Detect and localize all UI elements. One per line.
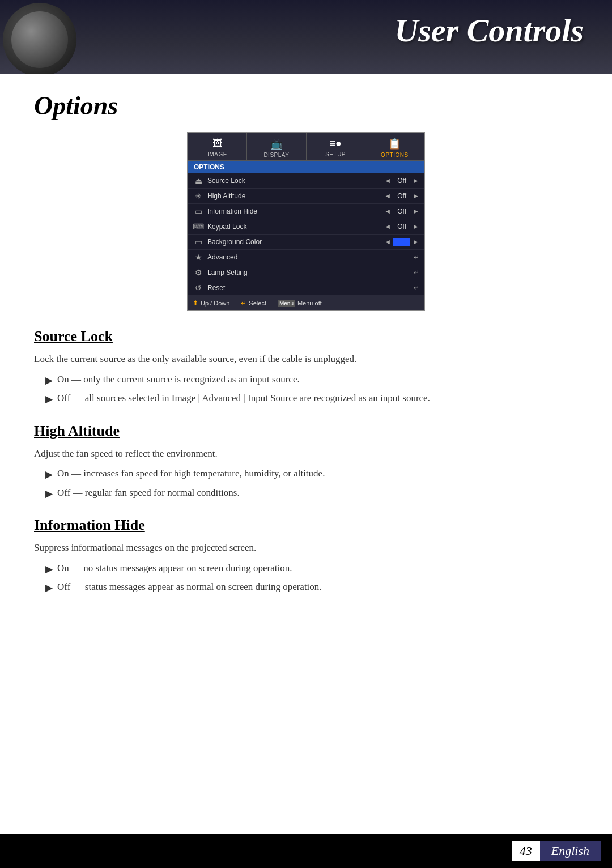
source-lock-body: Lock the current source as the only avai… <box>34 352 578 367</box>
tab-display[interactable]: 📺 DISPLAY <box>247 133 306 160</box>
tab-display-label: DISPLAY <box>264 152 289 158</box>
menu-screenshot: 🖼 IMAGE 📺 DISPLAY ≡● SETUP 📋 OPTIONS OPT… <box>187 132 425 311</box>
source-lock-bullet-2: ▶ Off — all sources selected in Image | … <box>45 391 578 407</box>
lamp-setting-label: Lamp Setting <box>207 269 414 276</box>
keypad-lock-arrow-left: ◄ <box>384 223 391 231</box>
high-altitude-arrow-right: ► <box>413 192 419 200</box>
reset-icon: ↺ <box>193 283 204 292</box>
source-lock-bullet-1: ▶ On — only the current source is recogn… <box>45 372 578 388</box>
menu-row-information-hide[interactable]: ▭ Information Hide ◄ Off ► <box>188 204 424 219</box>
bullet-arrow-icon-6: ▶ <box>45 581 53 595</box>
reset-enter: ↵ <box>414 284 419 292</box>
source-lock-bullets: ▶ On — only the current source is recogn… <box>45 372 578 407</box>
information-hide-bullet-1: ▶ On — no status messages appear on scre… <box>45 561 578 577</box>
high-altitude-heading: High Altitude <box>34 423 578 440</box>
high-altitude-body: Adjust the fan speed to reflect the envi… <box>34 446 578 461</box>
high-altitude-arrow-left: ◄ <box>384 192 391 200</box>
high-altitude-icon: ✳ <box>193 192 204 201</box>
background-color-value <box>393 238 410 246</box>
footer-updown: ⬆ Up / Down <box>193 299 230 307</box>
bullet-arrow-icon-2: ▶ <box>45 392 53 407</box>
header-title-area: User Controls <box>79 0 612 49</box>
footer-menuoff-label: Menu off <box>298 300 322 307</box>
source-lock-arrow-left: ◄ <box>384 177 391 185</box>
source-lock-value: Off <box>393 177 410 185</box>
source-lock-bullet-2-text: Off — all sources selected in Image | Ad… <box>57 391 430 406</box>
image-tab-icon: 🖼 <box>190 138 244 150</box>
keypad-lock-icon: ⌨ <box>193 222 204 231</box>
bullet-arrow-icon-5: ▶ <box>45 562 53 577</box>
information-hide-heading: Information Hide <box>34 517 578 534</box>
lamp-setting-icon: ⚙ <box>193 268 204 277</box>
tab-image[interactable]: 🖼 IMAGE <box>188 133 247 160</box>
information-hide-bullet-2-text: Off — status messages appear as normal o… <box>57 580 322 594</box>
options-section-title: Options <box>34 91 578 121</box>
select-icon: ↵ <box>241 299 246 307</box>
menuoff-icon: Menu <box>278 300 295 307</box>
background-color-arrow-right: ► <box>413 238 419 246</box>
advanced-enter: ↵ <box>414 253 419 261</box>
menu-row-advanced[interactable]: ★ Advanced ↵ <box>188 250 424 265</box>
display-tab-icon: 📺 <box>249 138 303 150</box>
options-tab-icon: 📋 <box>368 138 422 150</box>
updown-icon: ⬆ <box>193 299 198 307</box>
source-lock-label: Source Lock <box>207 177 384 185</box>
information-hide-value: Off <box>393 207 410 215</box>
information-hide-bullet-2: ▶ Off — status messages appear as normal… <box>45 580 578 595</box>
main-content: Options 🖼 IMAGE 📺 DISPLAY ≡● SETUP 📋 OPT… <box>0 74 612 868</box>
background-color-icon: ▭ <box>193 237 204 246</box>
information-hide-bullets: ▶ On — no status messages appear on scre… <box>45 561 578 595</box>
footer-select-label: Select <box>249 300 266 307</box>
reset-label: Reset <box>207 284 414 292</box>
tab-setup-label: SETUP <box>325 151 346 158</box>
tab-options-label: OPTIONS <box>381 152 409 158</box>
footer-bar: 43 English <box>0 834 612 868</box>
keypad-lock-label: Keypad Lock <box>207 223 384 231</box>
footer-language: English <box>540 841 601 861</box>
tab-image-label: IMAGE <box>207 151 227 158</box>
high-altitude-value: Off <box>393 192 410 200</box>
header-bar: User Controls <box>0 0 612 74</box>
information-hide-label: Information Hide <box>207 207 384 215</box>
menu-row-keypad-lock[interactable]: ⌨ Keypad Lock ◄ Off ► <box>188 219 424 235</box>
information-hide-icon: ▭ <box>193 207 204 216</box>
menu-row-reset[interactable]: ↺ Reset ↵ <box>188 280 424 296</box>
page-number: 43 <box>512 841 540 861</box>
source-lock-icon: ⏏ <box>193 176 204 185</box>
footer-menuoff: Menu Menu off <box>278 299 322 307</box>
background-color-arrow-left: ◄ <box>384 238 391 246</box>
high-altitude-bullets: ▶ On — increases fan speed for high temp… <box>45 466 578 501</box>
lamp-setting-enter: ↵ <box>414 269 419 276</box>
high-altitude-bullet-1: ▶ On — increases fan speed for high temp… <box>45 466 578 482</box>
keypad-lock-value: Off <box>393 223 410 231</box>
high-altitude-bullet-2-text: Off — regular fan speed for normal condi… <box>57 486 240 500</box>
bullet-arrow-icon-3: ▶ <box>45 467 53 482</box>
advanced-label: Advanced <box>207 253 414 261</box>
high-altitude-bullet-1-text: On — increases fan speed for high temper… <box>57 466 325 481</box>
header-lens-image <box>3 3 76 76</box>
high-altitude-label: High Altitude <box>207 192 384 200</box>
tab-setup[interactable]: ≡● SETUP <box>307 133 366 160</box>
high-altitude-bullet-2: ▶ Off — regular fan speed for normal con… <box>45 486 578 501</box>
menu-row-high-altitude[interactable]: ✳ High Altitude ◄ Off ► <box>188 189 424 204</box>
source-lock-arrow-right: ► <box>413 177 419 185</box>
menu-options-header: OPTIONS <box>188 161 424 173</box>
information-hide-body: Suppress informational messages on the p… <box>34 541 578 555</box>
source-lock-bullet-1-text: On — only the current source is recogniz… <box>57 372 300 387</box>
bullet-arrow-icon-4: ▶ <box>45 487 53 501</box>
footer-select: ↵ Select <box>241 299 266 307</box>
advanced-icon: ★ <box>193 253 204 262</box>
menu-row-lamp-setting[interactable]: ⚙ Lamp Setting ↵ <box>188 265 424 280</box>
tab-options[interactable]: 📋 OPTIONS <box>366 133 424 160</box>
keypad-lock-arrow-right: ► <box>413 223 419 231</box>
footer-updown-label: Up / Down <box>201 300 230 307</box>
information-hide-arrow-right: ► <box>413 207 419 215</box>
bullet-arrow-icon-1: ▶ <box>45 373 53 388</box>
menu-row-source-lock[interactable]: ⏏ Source Lock ◄ Off ► <box>188 173 424 189</box>
background-color-label: Background Color <box>207 238 384 246</box>
information-hide-arrow-left: ◄ <box>384 207 391 215</box>
source-lock-heading: Source Lock <box>34 328 578 345</box>
menu-tab-bar: 🖼 IMAGE 📺 DISPLAY ≡● SETUP 📋 OPTIONS <box>188 133 424 161</box>
page-title: User Controls <box>394 11 584 49</box>
menu-row-background-color[interactable]: ▭ Background Color ◄ ► <box>188 235 424 250</box>
